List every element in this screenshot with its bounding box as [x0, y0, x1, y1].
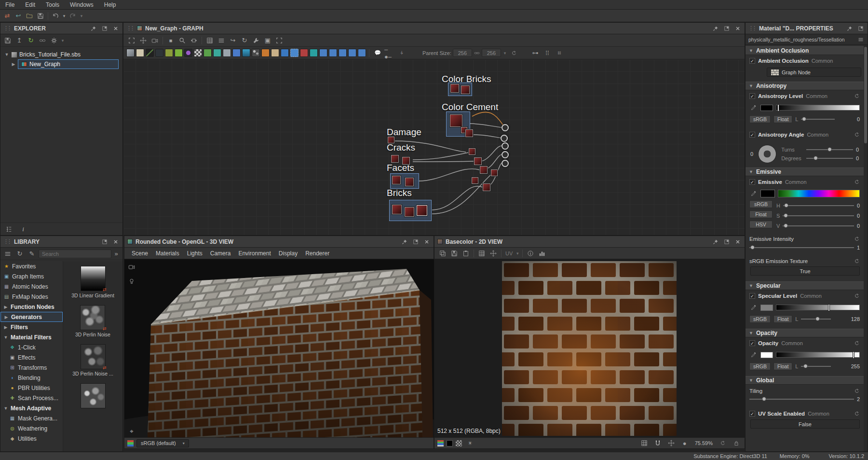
dock-icon[interactable]: [411, 237, 420, 246]
slider-icon[interactable]: –●–: [384, 48, 395, 58]
h-slider[interactable]: [783, 205, 854, 206]
library-asset[interactable]: [81, 383, 106, 408]
srgb-button[interactable]: sRGB: [749, 200, 773, 208]
reload-icon[interactable]: ↻: [26, 36, 36, 45]
fit-selection-icon[interactable]: ■: [165, 36, 176, 45]
checkbox[interactable]: ✓: [749, 293, 755, 299]
align-icon[interactable]: ⌗: [554, 48, 565, 58]
library-item-generators[interactable]: ▶Generators: [0, 312, 63, 322]
library-asset[interactable]: ⇄ 3D Linear Gradient: [71, 266, 114, 298]
channels-icon[interactable]: [127, 440, 134, 446]
graph-node-button[interactable]: Graph Node: [767, 68, 861, 77]
reset-icon[interactable]: [854, 340, 860, 346]
library-item-scan-processing[interactable]: ✚Scan Process...: [0, 393, 63, 403]
palette-icon[interactable]: [223, 49, 231, 57]
checkbox[interactable]: ✓: [749, 93, 755, 99]
view3d-canvas[interactable]: ⌖: [124, 259, 434, 438]
library-item-function-nodes[interactable]: ▶Function Nodes: [0, 302, 63, 312]
float-button[interactable]: Float: [773, 362, 792, 370]
light-icon[interactable]: [126, 277, 137, 286]
tile-view-icon[interactable]: [639, 438, 650, 448]
reset-icon[interactable]: [854, 293, 860, 299]
menu-environment[interactable]: Environment: [235, 250, 274, 257]
reset-icon[interactable]: [854, 258, 860, 264]
menu-camera[interactable]: Camera: [207, 250, 234, 257]
library-asset[interactable]: ⇄ 3D Perlin Noise: [75, 305, 110, 337]
graph-canvas[interactable]: Color Bricks Color Cement Damage Cracks …: [123, 59, 745, 235]
library-item-atomic-nodes[interactable]: ▦Atomic Nodes: [0, 281, 63, 292]
colorspace-select[interactable]: sRGB (default) ▾: [136, 439, 189, 447]
frame-all-icon[interactable]: [126, 36, 137, 45]
section-emissive[interactable]: ▼Emissive: [746, 167, 864, 176]
close-icon[interactable]: [422, 237, 431, 246]
reset-icon[interactable]: [854, 388, 860, 394]
size-link-icon[interactable]: [474, 48, 480, 58]
graph-frame-label[interactable]: Facets: [387, 163, 414, 173]
v-slider[interactable]: [783, 225, 854, 226]
palette-icon[interactable]: [310, 49, 318, 57]
panel-grip-icon[interactable]: ⋮⋮: [126, 25, 133, 31]
view2d-canvas[interactable]: 512 x 512 (RGBA, 8bpc): [434, 259, 746, 438]
output-node-icon[interactable]: [501, 135, 508, 142]
library-item-utilities[interactable]: ◆Utilities: [0, 433, 63, 444]
palette-icon[interactable]: [319, 49, 327, 57]
graph-node[interactable]: [391, 155, 399, 163]
panel-grip-icon[interactable]: ⋮⋮: [748, 25, 755, 31]
menu-icon[interactable]: [856, 35, 865, 43]
l-slider[interactable]: [801, 366, 831, 367]
exposure-icon[interactable]: ☀: [465, 438, 475, 448]
library-item-effects[interactable]: ▣Effects: [0, 352, 63, 362]
parent-size-height-input[interactable]: [482, 49, 501, 57]
palette-icon[interactable]: [126, 49, 135, 57]
size-dropdown-icon[interactable]: ▾: [502, 48, 507, 58]
zoom-reset-icon[interactable]: [718, 438, 728, 448]
library-item-weathering[interactable]: ◍Weathering: [0, 423, 63, 433]
palette-icon[interactable]: [203, 49, 212, 57]
save-icon[interactable]: [35, 11, 46, 21]
turns-slider[interactable]: [806, 149, 853, 150]
panel-grip-icon[interactable]: ⋮⋮: [3, 25, 10, 31]
checkbox[interactable]: ✓: [749, 179, 755, 185]
gear-dropdown-icon[interactable]: ▾: [60, 36, 65, 45]
graph-node[interactable]: [388, 137, 394, 143]
float-button[interactable]: Float: [773, 315, 792, 323]
palette-icon[interactable]: [281, 49, 289, 57]
search-input[interactable]: [39, 250, 111, 258]
snap-icon[interactable]: [652, 438, 663, 448]
eyedropper-icon[interactable]: [749, 351, 758, 359]
graph-node[interactable]: [392, 205, 402, 214]
dock-icon[interactable]: [722, 237, 731, 246]
color-swatch[interactable]: [760, 105, 773, 111]
undo-icon[interactable]: [50, 11, 61, 21]
histogram-icon[interactable]: [537, 249, 547, 258]
reset-icon[interactable]: [854, 93, 860, 99]
library-asset[interactable]: ⇄ 3D Perlin Noise ...: [72, 344, 113, 376]
hsv-button[interactable]: HSV: [749, 221, 773, 228]
library-item-pbr-utilities[interactable]: ●PBR Utilities: [0, 383, 63, 393]
output-node-icon[interactable]: [502, 160, 509, 167]
menu-materials[interactable]: Materials: [152, 250, 183, 257]
section-global[interactable]: ▼Global: [746, 376, 864, 385]
float-button[interactable]: Float: [749, 210, 773, 218]
library-item-favorites[interactable]: ★Favorites: [0, 261, 63, 271]
library-item-1-click[interactable]: ❖1-Click: [0, 342, 63, 352]
graph-node[interactable]: [480, 166, 488, 174]
output-node-icon[interactable]: [502, 124, 509, 131]
frame-region-icon[interactable]: [274, 36, 285, 45]
graph-frame-label[interactable]: Bricks: [387, 188, 412, 198]
section-specular[interactable]: ▼Specular: [746, 281, 864, 290]
list-view-icon[interactable]: [216, 36, 227, 45]
specular-gradient-slider[interactable]: [776, 305, 860, 310]
reset-icon[interactable]: [854, 132, 860, 138]
tiling-slider[interactable]: [749, 399, 854, 400]
menu-edit[interactable]: Edit: [20, 0, 41, 10]
dock-icon[interactable]: [856, 24, 865, 32]
graph-frame-label[interactable]: Damage: [387, 127, 421, 138]
tools-icon[interactable]: [251, 36, 261, 45]
menu-lights[interactable]: Lights: [184, 250, 206, 257]
snap-grid-icon[interactable]: [204, 36, 215, 45]
reset-icon[interactable]: [854, 236, 860, 242]
graph-frame-label[interactable]: Color Cement: [442, 102, 498, 112]
eyedropper-icon[interactable]: [749, 304, 758, 312]
node-preview-icon[interactable]: ▣: [262, 36, 273, 45]
